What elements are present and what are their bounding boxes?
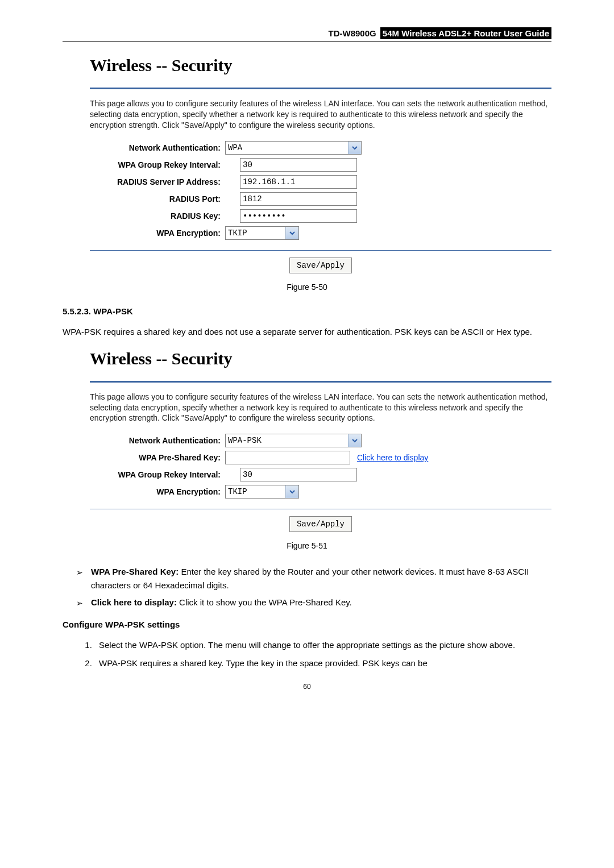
figure-caption: Figure 5-50 (63, 283, 551, 292)
section-heading: 5.5.2.3. WPA-PSK (63, 306, 551, 316)
rekey-value: 30 (243, 160, 252, 169)
bullet-item: Click here to display: Click it to show … (63, 596, 551, 609)
separator (90, 509, 551, 509)
chevron-down-icon (285, 485, 298, 498)
click-to-display-link[interactable]: Click here to display (357, 453, 428, 462)
radius-port-value: 1812 (243, 194, 262, 203)
wpa-enc-select[interactable]: TKIP (225, 226, 299, 240)
header-model: TD-W8900G (328, 28, 376, 38)
page-container: TD-W8900G 54M Wireless ADSL2+ Router Use… (0, 0, 614, 868)
panel-description: This page allows you to configure securi… (90, 392, 551, 424)
radius-key-input[interactable]: ••••••••• (240, 209, 357, 223)
separator (90, 250, 551, 251)
figure-caption: Figure 5-51 (63, 541, 551, 550)
bullet-list: WPA Pre-Shared Key: Enter the key shared… (63, 565, 551, 609)
configure-heading: Configure WPA-PSK settings (63, 618, 551, 632)
radius-key-label: RADIUS Key: (90, 211, 225, 221)
psk-input[interactable] (225, 451, 350, 464)
bullet-item: WPA Pre-Shared Key: Enter the key shared… (63, 565, 551, 592)
radius-ip-input[interactable]: 192.168.1.1 (240, 175, 357, 189)
separator (90, 88, 551, 89)
radius-port-input[interactable]: 1812 (240, 192, 357, 206)
radius-ip-label: RADIUS Server IP Address: (90, 177, 225, 186)
wpa-enc-value: TKIP (228, 229, 247, 238)
rekey-label: WPA Group Rekey Interval: (90, 160, 225, 169)
step-item: WPA-PSK requires a shared key. Type the … (94, 657, 551, 670)
rekey-value: 30 (243, 470, 252, 479)
radius-key-value: ••••••••• (243, 211, 286, 221)
header-subtitle: 54M Wireless ADSL2+ Router User Guide (380, 27, 551, 39)
wpa-enc-value: TKIP (228, 487, 247, 496)
numbered-steps: Select the WPA-PSK option. The menu will… (94, 638, 551, 670)
rekey-input[interactable]: 30 (240, 158, 357, 172)
panel-title: Wireless -- Security (90, 56, 551, 75)
chevron-down-icon (348, 434, 361, 447)
bullet-text: Click it to show you the WPA Pre-Shared … (179, 597, 352, 607)
radius-ip-value: 192.168.1.1 (243, 177, 295, 186)
panel-description: This page allows you to configure securi… (90, 98, 551, 131)
page-number: 60 (63, 683, 551, 691)
radius-port-label: RADIUS Port: (90, 194, 225, 203)
chevron-down-icon (285, 227, 298, 239)
rekey-input[interactable]: 30 (240, 468, 357, 481)
network-auth-select[interactable]: WPA (225, 141, 362, 155)
wpa-enc-label: WPA Encryption: (90, 229, 225, 238)
bullet-label: WPA Pre-Shared Key: (91, 567, 181, 576)
network-auth-value: WPA-PSK (228, 436, 262, 445)
wpa-enc-label: WPA Encryption: (90, 487, 225, 496)
step-item: Select the WPA-PSK option. The menu will… (94, 638, 551, 652)
rekey-label: WPA Group Rekey Interval: (90, 470, 225, 479)
bullet-label: Click here to display: (91, 597, 179, 607)
network-auth-label: Network Authentication: (90, 436, 225, 445)
document-header: TD-W8900G 54M Wireless ADSL2+ Router Use… (63, 28, 551, 42)
wpa-enc-select[interactable]: TKIP (225, 485, 299, 499)
wireless-security-panel-1: Wireless -- Security This page allows yo… (90, 56, 551, 273)
psk-label: WPA Pre-Shared Key: (90, 453, 225, 462)
network-auth-value: WPA (228, 143, 242, 152)
panel-title: Wireless -- Security (90, 349, 551, 368)
separator (90, 381, 551, 383)
chevron-down-icon (348, 142, 361, 154)
network-auth-select[interactable]: WPA-PSK (225, 434, 362, 447)
wireless-security-panel-2: Wireless -- Security This page allows yo… (90, 349, 551, 533)
section-intro: WPA-PSK requires a shared key and does n… (63, 325, 551, 339)
network-auth-label: Network Authentication: (90, 143, 225, 152)
save-apply-button[interactable]: Save/Apply (289, 516, 352, 532)
save-apply-button[interactable]: Save/Apply (289, 258, 352, 273)
